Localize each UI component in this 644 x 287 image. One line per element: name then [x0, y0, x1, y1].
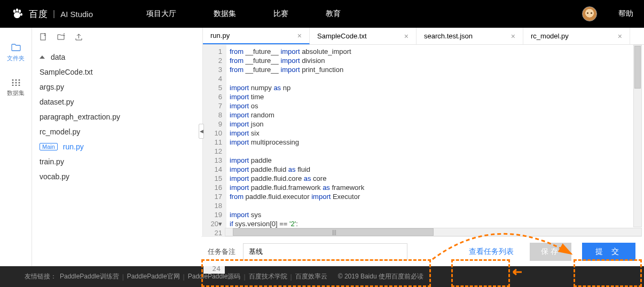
nav-datasets[interactable]: 数据集 [214, 9, 236, 19]
file-item[interactable]: paragraph_extraction.py [32, 109, 202, 124]
logo-sub: AI Studio [60, 10, 93, 19]
tab-search-test-json[interactable]: search.test.json× [417, 28, 523, 44]
rail-datasets[interactable]: 数据集 [7, 78, 25, 97]
save-button[interactable]: 保存 [530, 243, 571, 261]
submit-button[interactable]: 提 交 [582, 243, 635, 261]
file-sidebar: data SampleCode.txt args.py dataset.py p… [32, 28, 203, 266]
footer: 友情链接： PaddlePaddle训练营| PaddlePaddle官网| P… [0, 266, 644, 287]
svg-point-6 [18, 79, 20, 81]
sidebar-toolbar [32, 28, 202, 46]
arrow-left-icon [510, 268, 523, 281]
footer-link[interactable]: PaddlePaddle训练营 [60, 272, 119, 281]
task-note-input[interactable] [243, 243, 407, 260]
file-item[interactable]: vocab.py [32, 169, 202, 184]
upload-icon[interactable] [75, 33, 83, 41]
svg-point-1 [16, 9, 18, 12]
view-task-list-link[interactable]: 查看任务列表 [469, 247, 514, 257]
logo-text: 百度 [29, 8, 48, 20]
task-bar: 任务备注 查看任务列表 保存 提 交 [201, 236, 642, 266]
nav-education[interactable]: 教育 [326, 9, 341, 19]
new-folder-icon[interactable] [57, 33, 65, 41]
footer-link[interactable]: 百度技术学院 [249, 272, 287, 281]
line-gutter: 1234567891011121314151617181920▾212223 [203, 45, 226, 266]
left-rail: 文件夹 数据集 [0, 28, 32, 266]
svg-point-4 [12, 79, 13, 81]
nav-projects[interactable]: 项目大厅 [146, 9, 176, 19]
tab-rc_model-py[interactable]: rc_model.py× [523, 28, 630, 44]
dataset-icon [11, 78, 21, 86]
svg-point-10 [12, 85, 13, 86]
footer-copyright: © 2019 Baidu 使用百度前必读 [338, 272, 423, 281]
file-item[interactable]: args.py [32, 79, 202, 94]
folder-icon [11, 44, 21, 51]
close-icon[interactable]: × [297, 31, 302, 40]
v-scroll-thumb[interactable] [634, 46, 641, 89]
svg-point-12 [18, 85, 20, 86]
footer-link[interactable]: PaddlePaddle官网 [127, 272, 180, 281]
folder-data[interactable]: data [32, 50, 202, 65]
header: 百度 | AI Studio 项目大厅 数据集 比赛 教育 帮助 [0, 0, 644, 28]
file-item[interactable]: train.py [32, 154, 202, 169]
logo[interactable]: 百度 | AI Studio [11, 7, 93, 20]
rail-files[interactable]: 文件夹 [7, 44, 25, 62]
top-nav: 项目大厅 数据集 比赛 教育 [146, 9, 582, 19]
v-scrollbar[interactable] [633, 45, 642, 227]
help-link[interactable]: 帮助 [618, 9, 633, 19]
close-icon[interactable]: × [618, 32, 622, 41]
footer-prefix: 友情链接： [25, 272, 57, 281]
svg-point-7 [12, 82, 13, 84]
new-file-icon[interactable] [40, 33, 48, 41]
svg-point-8 [15, 82, 17, 84]
file-tree: data SampleCode.txt args.py dataset.py p… [32, 46, 202, 266]
file-item[interactable]: dataset.py [32, 94, 202, 109]
svg-point-5 [15, 79, 17, 81]
file-item[interactable]: rc_model.py [32, 124, 202, 139]
svg-point-0 [13, 10, 15, 13]
h-scrollbar[interactable]: ||| [225, 228, 642, 236]
main-badge: Main [40, 143, 58, 150]
file-item-run[interactable]: Mainrun.py [32, 139, 202, 154]
svg-point-2 [19, 10, 21, 13]
folder-caret-icon [40, 55, 45, 59]
nav-competitions[interactable]: 比赛 [273, 9, 288, 19]
tab-run-py[interactable]: run.py× [203, 28, 310, 44]
tab-SampleCode-txt[interactable]: SampleCode.txt× [310, 28, 417, 44]
task-note-label: 任务备注 [208, 247, 235, 257]
collapse-sidebar-icon[interactable]: ◀ [199, 124, 204, 139]
paw-icon [11, 7, 23, 20]
svg-point-9 [18, 82, 20, 84]
editor-tabs: run.py×SampleCode.txt×search.test.json×r… [203, 28, 644, 45]
file-item[interactable]: SampleCode.txt [32, 65, 202, 79]
avatar[interactable] [582, 6, 597, 21]
close-icon[interactable]: × [404, 32, 409, 41]
svg-point-11 [15, 85, 17, 86]
close-icon[interactable]: × [511, 32, 515, 41]
svg-point-3 [20, 13, 22, 16]
footer-link[interactable]: 百度效率云 [295, 272, 327, 281]
